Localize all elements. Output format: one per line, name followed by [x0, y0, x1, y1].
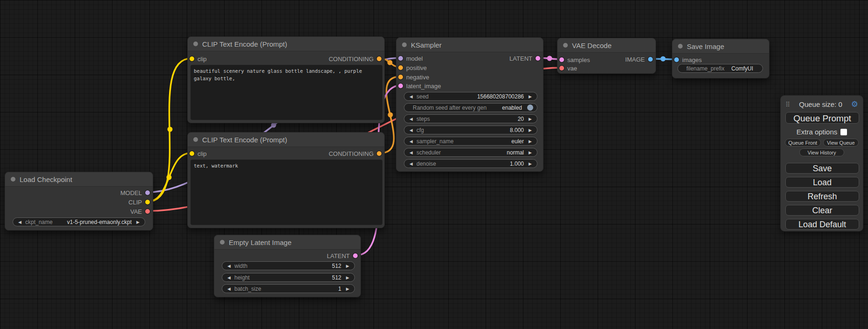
width-widget[interactable]: ◀ width 512 ▶ [222, 261, 355, 270]
ckpt-name-widget[interactable]: ◀ ckpt_name v1-5-pruned-emaonly.ckpt ▶ [13, 217, 145, 226]
increment-arrow-icon[interactable]: ▶ [527, 117, 534, 121]
node-canvas[interactable]: Load Checkpoint MODEL CLIP VAE ◀ ckpt_na… [0, 0, 868, 329]
random-seed-widget[interactable]: Random seed after every gen enabled [404, 103, 537, 112]
drag-handle-icon[interactable]: ⠿ [785, 101, 790, 108]
save-button[interactable]: Save [785, 163, 859, 174]
decrement-arrow-icon[interactable]: ◀ [408, 150, 415, 155]
collapse-dot-icon[interactable] [402, 42, 407, 47]
decrement-arrow-icon[interactable]: ◀ [226, 287, 233, 291]
negative-input-port[interactable] [398, 75, 403, 79]
model-input-port[interactable] [398, 56, 403, 61]
increment-arrow-icon[interactable]: ▶ [527, 161, 534, 166]
input-latent-image: latent_image [398, 81, 441, 91]
batch-size-widget[interactable]: ◀ batch_size 1 ▶ [222, 284, 355, 293]
positive-input-port[interactable] [398, 65, 403, 70]
denoise-widget[interactable]: ◀ denoise 1.000 ▶ [404, 159, 537, 168]
conditioning-output-port[interactable] [377, 151, 381, 156]
extra-options-row: Extra options [781, 128, 863, 136]
increment-arrow-icon[interactable]: ▶ [527, 128, 534, 133]
increment-arrow-icon[interactable]: ▶ [344, 287, 351, 291]
increment-arrow-icon[interactable]: ▶ [344, 264, 351, 268]
decrement-arrow-icon[interactable]: ◀ [408, 128, 415, 133]
sampler-name-widget[interactable]: ◀ sampler_name euler ▶ [404, 137, 537, 146]
node-header[interactable]: CLIP Text Encode (Prompt) [188, 133, 384, 147]
decrement-arrow-icon[interactable]: ◀ [408, 117, 415, 121]
decrement-arrow-icon[interactable]: ◀ [16, 220, 23, 224]
increment-arrow-icon[interactable]: ▶ [344, 275, 351, 280]
node-header[interactable]: KSampler [396, 38, 543, 52]
save-image-node[interactable]: Save Image images filename_prefix ComfyU… [672, 39, 769, 78]
decrement-arrow-icon[interactable]: ◀ [226, 264, 233, 268]
image-output-port[interactable] [648, 57, 653, 62]
decrement-arrow-icon[interactable]: ◀ [408, 94, 415, 99]
decrement-arrow-icon[interactable]: ◀ [226, 275, 233, 280]
collapse-dot-icon[interactable] [563, 43, 568, 48]
seed-widget[interactable]: ◀ seed 156680208700286 ▶ [404, 92, 537, 101]
settings-gear-icon[interactable]: ⚙ [851, 99, 858, 109]
steps-widget[interactable]: ◀ steps 20 ▶ [404, 114, 537, 123]
node-header[interactable]: CLIP Text Encode (Prompt) [188, 37, 384, 51]
conditioning-output-port[interactable] [377, 56, 381, 61]
collapse-dot-icon[interactable] [11, 177, 15, 182]
clip-output-port[interactable] [145, 200, 150, 204]
output-latent: LATENT [327, 251, 358, 260]
collapse-dot-icon[interactable] [220, 240, 225, 245]
latent-output-port[interactable] [536, 56, 540, 61]
node-header[interactable]: Load Checkpoint [5, 172, 153, 187]
model-output-port[interactable] [145, 190, 150, 195]
view-queue-button[interactable]: View Queue [823, 139, 859, 147]
queue-prompt-button[interactable]: Queue Prompt [785, 112, 859, 124]
clip-input-port[interactable] [190, 151, 194, 156]
collapse-dot-icon[interactable] [678, 44, 683, 49]
clip-text-encode-positive-node[interactable]: CLIP Text Encode (Prompt) clip CONDITION… [187, 36, 385, 123]
extra-options-checkbox[interactable] [840, 129, 847, 135]
vae-decode-node[interactable]: VAE Decode samples vae IMAGE [557, 38, 656, 74]
load-checkpoint-node[interactable]: Load Checkpoint MODEL CLIP VAE ◀ ckpt_na… [5, 172, 153, 231]
latent-output-port[interactable] [353, 253, 358, 258]
widget-value: 512 [251, 263, 341, 269]
scheduler-widget[interactable]: ◀ scheduler normal ▶ [404, 148, 537, 157]
latent-image-input-port[interactable] [398, 84, 403, 88]
load-button[interactable]: Load [785, 177, 859, 188]
filename-prefix-widget[interactable]: filename_prefix ComfyUI [677, 64, 763, 73]
empty-latent-image-node[interactable]: Empty Latent Image LATENT ◀ width 512 ▶ … [214, 235, 361, 297]
decrement-arrow-icon[interactable]: ◀ [408, 161, 415, 166]
clip-text-encode-negative-node[interactable]: CLIP Text Encode (Prompt) clip CONDITION… [187, 132, 385, 228]
vae-input-port[interactable] [559, 66, 564, 70]
output-clip: CLIP [128, 197, 150, 207]
input-label: vae [567, 65, 577, 72]
input-label: model [406, 55, 423, 62]
node-header[interactable]: Empty Latent Image [214, 235, 360, 250]
view-history-button[interactable]: View History [799, 148, 844, 156]
queue-front-button[interactable]: Queue Front [785, 139, 821, 147]
increment-arrow-icon[interactable]: ▶ [527, 139, 534, 144]
refresh-button[interactable]: Refresh [785, 191, 859, 202]
node-header[interactable]: Save Image [672, 39, 769, 54]
increment-arrow-icon[interactable]: ▶ [134, 220, 141, 224]
widget-value: 512 [254, 274, 341, 281]
negative-prompt-textarea[interactable]: text, watermark [191, 160, 382, 225]
collapse-dot-icon[interactable] [193, 42, 198, 46]
input-negative: negative [398, 72, 429, 82]
node-header[interactable]: VAE Decode [557, 38, 656, 53]
input-clip: clip [190, 149, 207, 158]
positive-prompt-textarea[interactable]: beautiful scenery nature glass bottle la… [191, 65, 382, 120]
load-default-button[interactable]: Load Default [785, 219, 859, 230]
ksampler-node[interactable]: KSampler model positive negative latent_… [396, 37, 543, 172]
clip-input-port[interactable] [190, 56, 194, 61]
input-label: negative [406, 74, 429, 81]
collapse-dot-icon[interactable] [193, 137, 198, 142]
decrement-arrow-icon[interactable]: ◀ [408, 139, 415, 144]
widget-label: scheduler [416, 149, 441, 156]
images-input-port[interactable] [674, 57, 679, 62]
vae-output-port[interactable] [145, 209, 150, 214]
cfg-widget[interactable]: ◀ cfg 8.000 ▶ [404, 126, 537, 134]
increment-arrow-icon[interactable]: ▶ [527, 94, 534, 99]
increment-arrow-icon[interactable]: ▶ [527, 150, 534, 155]
queue-size-label: Queue size: 0 [790, 100, 851, 108]
samples-input-port[interactable] [559, 57, 564, 62]
output-label: CONDITIONING [329, 150, 374, 157]
clear-button[interactable]: Clear [785, 205, 859, 216]
height-widget[interactable]: ◀ height 512 ▶ [222, 273, 355, 282]
random-seed-toggle-icon[interactable] [527, 105, 533, 111]
